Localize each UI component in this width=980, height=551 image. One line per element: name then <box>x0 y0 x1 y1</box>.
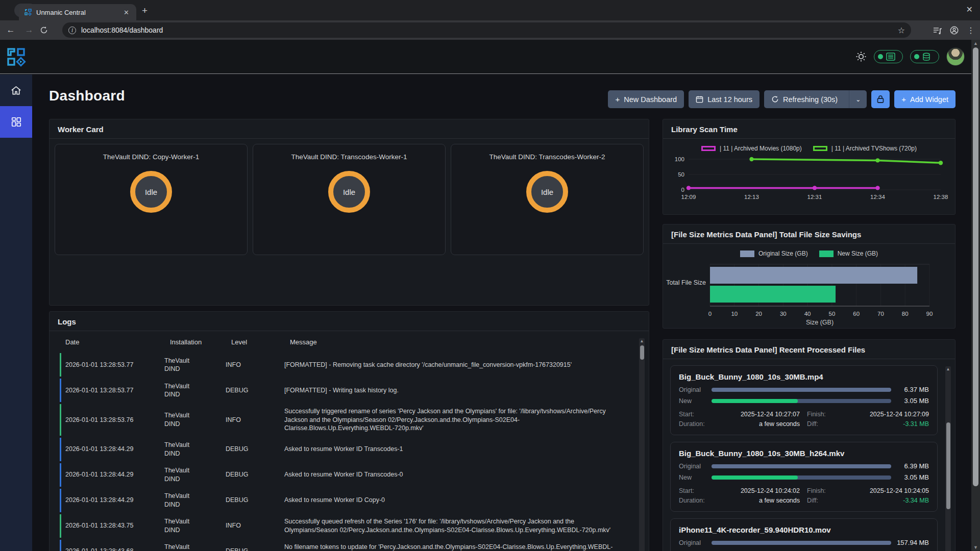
log-message: Asked to resume Worker ID Transcodes-0 <box>284 467 633 482</box>
dashboard-grid-icon <box>11 116 22 128</box>
reload-icon[interactable] <box>40 26 55 34</box>
legend-label: | 11 | Archived TVShows (720p) <box>831 145 917 152</box>
media-playlist-icon[interactable] <box>933 27 942 34</box>
scroll-up-icon[interactable]: ▲ <box>639 338 645 344</box>
svg-text:12:34: 12:34 <box>870 194 885 200</box>
worker-card[interactable]: TheVault DIND: Transcodes-Worker-2Idle <box>451 144 644 255</box>
browser-tab-strip: ⌄ Unmanic Central ✕ + ✕ <box>0 0 980 20</box>
worker-name: TheVault DIND: Transcodes-Worker-1 <box>253 153 445 161</box>
log-row[interactable]: 2026-01-01 13:28:44.29TheVault DINDDEBUG… <box>60 489 633 512</box>
page-scrollbar-thumb[interactable] <box>973 47 978 486</box>
processed-file-card[interactable]: iPhone11_4K-recorder_59.940HDR10.movOrig… <box>670 518 938 551</box>
scroll-up-icon[interactable]: ▲ <box>971 40 980 47</box>
worker-status-label: Idle <box>343 188 355 196</box>
scroll-up-icon[interactable]: ▲ <box>945 366 951 372</box>
svg-text:70: 70 <box>877 311 884 317</box>
unmanic-logo[interactable] <box>6 47 27 67</box>
legend-item[interactable]: New Size (GB) <box>819 250 878 257</box>
processed-file-card[interactable]: Big_Buck_Bunny_1080_10s_30MB.mp4Original… <box>670 365 938 435</box>
address-bar[interactable]: i localhost:8084/dashboard ☆ <box>62 22 911 38</box>
time-range-button[interactable]: Last 12 hours <box>689 90 760 108</box>
new-size-bar <box>712 399 891 403</box>
worker-cards: TheVault DIND: Copy-Worker-1IdleTheVault… <box>50 139 649 260</box>
worker-name: TheVault DIND: Transcodes-Worker-2 <box>451 153 643 161</box>
new-dashboard-button[interactable]: + New Dashboard <box>608 90 684 108</box>
bookmark-star-icon[interactable]: ☆ <box>898 26 905 35</box>
toggle-dot <box>914 54 919 59</box>
log-message: Asked to resume Worker ID Copy-0 <box>284 493 633 508</box>
add-widget-button[interactable]: + Add Widget <box>894 90 955 108</box>
sidebar-item-dashboards[interactable] <box>0 106 32 138</box>
url-text[interactable]: localhost:8084/dashboard <box>81 26 898 34</box>
log-installation: TheVault DIND <box>164 540 226 551</box>
original-size-label: Original <box>679 463 706 470</box>
recent-files-scrollbar[interactable]: ▲ ▼ <box>945 366 951 551</box>
new-size-bar-fill <box>712 475 798 480</box>
diff-label: Diff: <box>807 497 838 504</box>
duration-label: Duration: <box>679 420 716 428</box>
page-scrollbar[interactable]: ▲ ▼ <box>971 40 980 551</box>
log-installation: TheVault DIND <box>164 379 226 402</box>
scroll-down-icon[interactable]: ▼ <box>971 544 980 551</box>
back-icon[interactable]: ← <box>3 25 18 35</box>
log-row[interactable]: 2026-01-01 13:28:44.29TheVault DINDDEBUG… <box>60 438 633 461</box>
refresh-interval-dropdown[interactable]: ⌄ <box>849 90 867 108</box>
legend-item[interactable]: | 11 | Archived Movies (1080p) <box>701 145 802 152</box>
svg-text:20: 20 <box>755 311 762 317</box>
browser-menu-dots-icon[interactable]: ⋮ <box>967 26 975 35</box>
finish-label: Finish: <box>807 411 838 418</box>
installations-toggle[interactable] <box>874 50 903 63</box>
processed-file-card[interactable]: Big_Buck_Bunny_1080_10s_30MB_h264.mkvOri… <box>670 442 938 512</box>
lock-dashboard-button[interactable] <box>871 90 890 108</box>
log-row[interactable]: 2026-01-01 13:28:53.76TheVault DINDINFOS… <box>60 404 633 436</box>
dashboard-main: Dashboard + New Dashboard Last 12 hours … <box>32 74 971 551</box>
diff-value: -3.31 MB <box>838 420 929 428</box>
original-size-row: Original6.39 MB <box>679 463 929 470</box>
forward-icon[interactable]: → <box>21 25 37 35</box>
log-installation: TheVault DIND <box>164 438 226 461</box>
log-row[interactable]: 2026-01-01 13:28:44.29TheVault DINDDEBUG… <box>60 463 633 487</box>
window-close-icon[interactable]: ✕ <box>966 5 973 14</box>
browser-tab[interactable]: Unmanic Central ✕ <box>19 4 136 20</box>
log-row[interactable]: 2026-01-01 13:28:53.77TheVault DINDINFO[… <box>60 353 633 377</box>
logs-scrollbar[interactable]: ▲ <box>639 338 645 551</box>
log-installation: TheVault DIND <box>164 489 226 512</box>
file-meta: Start:2025-12-24 10:24:02Finish:2025-12-… <box>679 487 929 504</box>
log-row[interactable]: 2026-01-01 13:28:53.77TheVault DINDDEBUG… <box>60 379 633 402</box>
original-size-row: Original157.94 MB <box>679 539 929 547</box>
svg-text:30: 30 <box>780 311 787 317</box>
refresh-button-group: Refreshing (30s) ⌄ <box>764 90 867 108</box>
log-installation: TheVault DIND <box>164 408 226 431</box>
finish-value: 2025-12-24 10:27:09 <box>838 411 929 418</box>
duration-value: a few seconds <box>716 420 807 428</box>
log-level: INFO <box>226 413 284 428</box>
recent-files-panel: [File Size Metrics Data Panel] Recent Pr… <box>663 339 955 551</box>
log-date: 2026-01-01 13:28:53.76 <box>61 413 164 428</box>
log-message: Asked to resume Worker ID Transcodes-1 <box>284 442 633 457</box>
logs-scrollbar-thumb[interactable] <box>640 345 644 360</box>
log-row[interactable]: 2026-01-01 13:28:43.68TheVault DINDDEBUG… <box>60 540 633 551</box>
log-installation-text: TheVault DIND <box>164 411 201 428</box>
user-avatar[interactable] <box>946 47 965 66</box>
log-installation-text: TheVault DIND <box>164 543 201 551</box>
worker-status-label: Idle <box>145 188 157 196</box>
theme-sun-icon[interactable] <box>855 51 867 62</box>
new-tab-icon[interactable]: + <box>142 5 148 16</box>
tab-close-icon[interactable]: ✕ <box>121 9 131 16</box>
site-info-icon[interactable]: i <box>68 27 76 34</box>
home-icon <box>10 85 22 96</box>
worker-card[interactable]: TheVault DIND: Copy-Worker-1Idle <box>55 144 248 255</box>
log-date: 2026-01-01 13:28:44.29 <box>61 493 164 508</box>
logs-panel-title: Logs <box>50 312 649 331</box>
worker-card[interactable]: TheVault DIND: Transcodes-Worker-1Idle <box>253 144 446 255</box>
sidebar-item-home[interactable] <box>0 74 32 106</box>
legend-item[interactable]: Original Size (GB) <box>740 250 808 257</box>
log-row[interactable]: 2026-01-01 13:28:43.75TheVault DINDINFOS… <box>60 514 633 538</box>
refresh-button[interactable]: Refreshing (30s) <box>764 90 845 108</box>
sidebar <box>0 74 32 551</box>
browser-profile-icon[interactable] <box>950 26 959 35</box>
log-installation-text: TheVault DIND <box>164 466 201 483</box>
legend-item[interactable]: | 11 | Archived TVShows (720p) <box>813 145 917 152</box>
recent-files-scrollbar-thumb[interactable] <box>946 422 950 509</box>
database-toggle[interactable] <box>910 50 939 63</box>
